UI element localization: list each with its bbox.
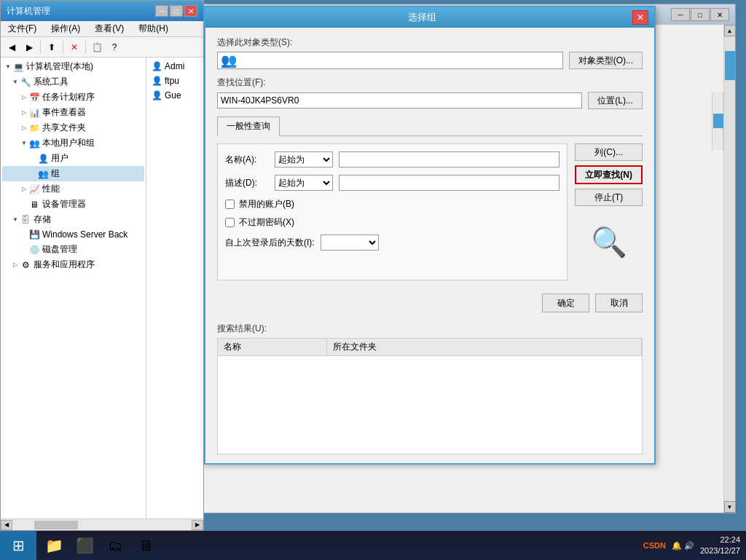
dialog-body: 选择此对象类型(S): 👥 对象类型(O)... 查找位置(F): 位置(L).… <box>205 28 654 463</box>
no-expire-checkbox[interactable] <box>225 218 235 227</box>
scroll-down-btn[interactable]: ▼ <box>724 501 736 513</box>
tree-task-scheduler[interactable]: ▷ 📅 任务计划程序 <box>2 90 144 105</box>
close-btn[interactable]: ✕ <box>710 8 729 21</box>
tree-performance[interactable]: ▷ 📈 性能 <box>2 181 144 197</box>
right-user-icon2: 👤 <box>151 75 162 87</box>
name-value-input[interactable] <box>339 151 560 167</box>
tree-local-users[interactable]: ▼ 👥 本地用户和组 <box>2 135 144 151</box>
cancel-button[interactable]: 取消 <box>595 293 643 312</box>
mmc-close[interactable]: ✕ <box>184 5 197 17</box>
tree-storage[interactable]: ▼ 🗄 存储 <box>2 212 144 227</box>
taskbar-network[interactable]: 🖥 <box>131 532 160 559</box>
tree-panel: ▼ 💻 计算机管理(本地) ▼ 🔧 系统工具 ▷ 📅 任务计划程序 ▷ 📊 <box>1 58 146 518</box>
expand-icon <box>20 245 28 254</box>
mmc-minimize[interactable]: ─ <box>155 5 168 17</box>
mmc-titlebar: 计算机管理 ─ □ ✕ <box>1 1 203 21</box>
location-label: 查找位置(F): <box>217 76 643 89</box>
backup-icon: 💾 <box>28 229 40 240</box>
desc-label: 描述(D): <box>225 177 269 189</box>
expand-icon: ▷ <box>20 124 28 133</box>
taskbar-icons: 🔔 🔊 <box>672 541 694 551</box>
disabled-accounts-checkbox[interactable] <box>225 200 235 209</box>
tree-root[interactable]: ▼ 💻 计算机管理(本地) <box>2 59 144 74</box>
scroll-track-h[interactable] <box>12 520 192 530</box>
no-expire-row: 不过期密码(X) <box>225 216 560 229</box>
start-button[interactable]: ⊞ <box>0 531 36 560</box>
horizontal-scrollbar[interactable]: ◀ ▶ <box>1 518 203 530</box>
menu-help[interactable]: 帮助(H) <box>134 21 173 36</box>
minimize-btn[interactable]: ─ <box>671 8 690 21</box>
tree-disk-management[interactable]: 💿 磁盘管理 <box>2 242 144 257</box>
object-type-icon: 👥 <box>221 52 237 68</box>
mmc-toolbar: ◀ ▶ ⬆ ✕ 📋 ? <box>1 37 203 58</box>
location-section: 查找位置(F): 位置(L)... <box>217 76 643 109</box>
mmc-body: ▼ 💻 计算机管理(本地) ▼ 🔧 系统工具 ▷ 📅 任务计划程序 ▷ 📊 <box>1 58 203 518</box>
tree-services-apps[interactable]: ▷ ⚙ 服务和应用程序 <box>2 257 144 272</box>
tree-users[interactable]: 👤 用户 <box>2 151 144 166</box>
toolbar-properties[interactable]: 📋 <box>89 39 105 55</box>
scroll-thumb-h <box>34 521 78 529</box>
tree-system-tools[interactable]: ▼ 🔧 系统工具 <box>2 74 144 90</box>
taskbar-clock[interactable]: 22:24 2023/12/27 <box>700 535 740 557</box>
scroll-right-btn[interactable]: ▶ <box>192 520 203 530</box>
object-type-button[interactable]: 对象类型(O)... <box>569 52 643 69</box>
days-select[interactable] <box>321 234 379 251</box>
menu-view[interactable]: 查看(V) <box>90 21 128 36</box>
taskbar-explorer[interactable]: 📁 <box>39 532 68 559</box>
select-group-dialog: 选择组 ✕ 选择此对象类型(S): 👥 对象类型(O)... 查找位置(F): <box>204 6 656 465</box>
computer-icon: 💻 <box>12 61 24 73</box>
right-item-admi[interactable]: 👤 Admi <box>148 59 202 74</box>
menu-action[interactable]: 操作(A) <box>47 21 85 36</box>
name-condition-select[interactable]: 起始为 <box>275 151 333 167</box>
tree-shared-folders[interactable]: ▷ 📁 共享文件夹 <box>2 120 144 135</box>
right-item-ftpu[interactable]: 👤 ftpu <box>148 74 202 88</box>
toolbar-delete[interactable]: ✕ <box>66 39 82 55</box>
right-item-guest[interactable]: 👤 Gue <box>148 88 202 103</box>
location-input[interactable] <box>217 92 582 109</box>
explorer-icon: 📁 <box>45 537 63 554</box>
menu-file[interactable]: 文件(F) <box>4 21 41 36</box>
scroll-left-btn[interactable]: ◀ <box>1 520 12 530</box>
object-type-section: 选择此对象类型(S): 👥 对象类型(O)... <box>217 36 643 69</box>
tree-event-viewer[interactable]: ▷ 📊 事件查看器 <box>2 105 144 120</box>
taskbar-cmd[interactable]: ⬛ <box>70 532 99 559</box>
mmc-restore[interactable]: □ <box>170 5 183 17</box>
toolbar-sep3 <box>85 41 86 54</box>
tree-device-manager-label: 设备管理器 <box>42 198 86 210</box>
scroll-thumb[interactable] <box>725 51 735 80</box>
vertical-scrollbar[interactable]: ▲ ▼ <box>723 25 735 513</box>
tree-windows-server-backup-label: Windows Server Back <box>42 229 127 240</box>
search-icon-area: 🔍 <box>575 225 643 259</box>
stop-button[interactable]: 停止(T) <box>575 189 643 206</box>
search-now-button[interactable]: 立即查找(N) <box>575 165 643 184</box>
toolbar-back[interactable]: ◀ <box>4 39 20 55</box>
user-icon: 👤 <box>37 153 49 165</box>
tools-icon: 🔧 <box>20 76 31 88</box>
inner-scrollbar[interactable] <box>712 92 723 150</box>
toolbar-sep1 <box>40 41 41 54</box>
dialog-close-button[interactable]: ✕ <box>632 10 648 25</box>
column-button[interactable]: 列(C)... <box>575 143 643 161</box>
tab-general-query[interactable]: 一般性查询 <box>217 117 280 136</box>
desc-condition-select[interactable]: 起始为 <box>275 175 333 191</box>
expand-icon <box>20 200 28 209</box>
scroll-track[interactable] <box>724 36 735 501</box>
taskbar-folder2[interactable]: 🗂 <box>101 532 130 559</box>
object-type-display: 👥 <box>217 52 563 69</box>
right-item-admi-label: Admi <box>165 61 184 71</box>
toolbar-up[interactable]: ⬆ <box>44 39 60 55</box>
tree-device-manager[interactable]: 🖥 设备管理器 <box>2 197 144 212</box>
days-label: 自上次登录后的天数(I): <box>225 237 315 249</box>
location-button[interactable]: 位置(L)... <box>588 92 643 109</box>
tree-windows-server-backup[interactable]: 💾 Windows Server Back <box>2 227 144 242</box>
folder-icon: 📁 <box>28 122 40 134</box>
scroll-up-btn[interactable]: ▲ <box>724 25 736 36</box>
desc-value-input[interactable] <box>339 175 560 191</box>
toolbar-forward[interactable]: ▶ <box>21 39 37 55</box>
ok-button[interactable]: 确定 <box>542 293 589 312</box>
toolbar-help[interactable]: ? <box>106 39 122 55</box>
taskbar-items: 📁 ⬛ 🗂 🖥 <box>36 532 643 559</box>
tree-groups[interactable]: 👥 组 <box>2 166 144 181</box>
query-area: 名称(A): 起始为 描述(D): 起始为 <box>217 143 643 280</box>
restore-btn[interactable]: □ <box>691 8 710 21</box>
